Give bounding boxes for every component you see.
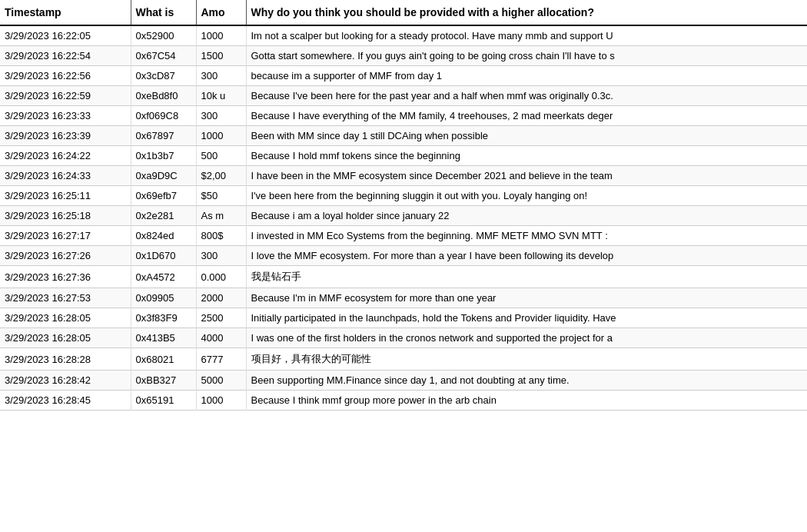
cell-timestamp: 3/29/2023 16:28:05 [0,328,131,348]
cell-whatis: 0x413B5 [131,328,196,348]
table-row: 3/29/2023 16:22:540x67C541500Gotta start… [0,46,807,66]
cell-whatis: 0x3f83F9 [131,308,196,328]
cell-amount: 1000 [196,126,246,146]
cell-timestamp: 3/29/2023 16:28:28 [0,348,131,371]
cell-whatis: 0x67C54 [131,46,196,66]
cell-why: I invested in MM Eco Systems from the be… [246,226,807,246]
cell-timestamp: 3/29/2023 16:24:33 [0,166,131,186]
cell-whatis: 0xa9D9C [131,166,196,186]
cell-whatis: 0xeBd8f0 [131,86,196,106]
cell-amount: $50 [196,186,246,206]
cell-amount: 0.000 [196,266,246,288]
cell-whatis: 0x68021 [131,348,196,371]
cell-whatis: 0x2e281 [131,206,196,226]
cell-whatis: 0x65191 [131,391,196,411]
table-row: 3/29/2023 16:22:590xeBd8f010k uBecause I… [0,86,807,106]
cell-whatis: 0x1b3b7 [131,146,196,166]
cell-why: Been supporting MM.Finance since day 1, … [246,371,807,391]
table-row: 3/29/2023 16:25:180x2e281As mBecause i a… [0,206,807,226]
cell-whatis: 0xBB327 [131,371,196,391]
cell-timestamp: 3/29/2023 16:23:33 [0,106,131,126]
cell-whatis: 0xf069C8 [131,106,196,126]
main-table-container: Timestamp What is Amo Why do you think y… [0,0,807,411]
cell-timestamp: 3/29/2023 16:22:54 [0,46,131,66]
cell-why: Because I think mmf group more power in … [246,391,807,411]
cell-timestamp: 3/29/2023 16:27:26 [0,246,131,266]
table-row: 3/29/2023 16:24:330xa9D9C$2,00I have bee… [0,166,807,186]
cell-why: Im not a scalper but looking for a stead… [246,25,807,46]
cell-whatis: 0x3cD87 [131,66,196,86]
cell-amount: 500 [196,146,246,166]
cell-timestamp: 3/29/2023 16:27:17 [0,226,131,246]
cell-amount: 2000 [196,288,246,308]
table-row: 3/29/2023 16:28:050x413B54000I was one o… [0,328,807,348]
cell-timestamp: 3/29/2023 16:25:11 [0,186,131,206]
table-row: 3/29/2023 16:28:050x3f83F92500Initially … [0,308,807,328]
cell-timestamp: 3/29/2023 16:27:36 [0,266,131,288]
cell-whatis: 0x52900 [131,25,196,46]
cell-why: I love the MMF ecosystem. For more than … [246,246,807,266]
cell-amount: 10k u [196,86,246,106]
cell-whatis: 0x824ed [131,226,196,246]
cell-timestamp: 3/29/2023 16:28:42 [0,371,131,391]
cell-amount: 1000 [196,25,246,46]
cell-whatis: 0x69efb7 [131,186,196,206]
cell-timestamp: 3/29/2023 16:28:05 [0,308,131,328]
table-body: 3/29/2023 16:22:050x529001000Im not a sc… [0,25,807,411]
header-row: Timestamp What is Amo Why do you think y… [0,0,807,25]
cell-why: Because I'm in MMF ecosystem for more th… [246,288,807,308]
cell-amount: 6777 [196,348,246,371]
cell-amount: 1500 [196,46,246,66]
cell-amount: 800$ [196,226,246,246]
cell-timestamp: 3/29/2023 16:22:05 [0,25,131,46]
cell-why: Gotta start somewhere. If you guys ain't… [246,46,807,66]
table-row: 3/29/2023 16:23:390x678971000Been with M… [0,126,807,146]
cell-amount: 300 [196,106,246,126]
cell-amount: 1000 [196,391,246,411]
cell-amount: 300 [196,66,246,86]
cell-why: I've been here from the beginning sluggi… [246,186,807,206]
table-row: 3/29/2023 16:28:280x680216777项目好，具有很大的可能… [0,348,807,371]
cell-amount: As m [196,206,246,226]
cell-why: Because I've been here for the past year… [246,86,807,106]
table-row: 3/29/2023 16:22:050x529001000Im not a sc… [0,25,807,46]
cell-why: because im a supporter of MMF from day 1 [246,66,807,86]
table-row: 3/29/2023 16:23:330xf069C8300Because I h… [0,106,807,126]
cell-why: 项目好，具有很大的可能性 [246,348,807,371]
cell-timestamp: 3/29/2023 16:27:53 [0,288,131,308]
cell-amount: 2500 [196,308,246,328]
cell-why: Because I have everything of the MM fami… [246,106,807,126]
table-row: 3/29/2023 16:27:170x824ed800$I invested … [0,226,807,246]
cell-amount: 300 [196,246,246,266]
cell-whatis: 0xA4572 [131,266,196,288]
data-table: Timestamp What is Amo Why do you think y… [0,0,807,411]
header-amount: Amo [196,0,246,25]
cell-why: 我是钻石手 [246,266,807,288]
table-row: 3/29/2023 16:28:450x651911000Because I t… [0,391,807,411]
cell-whatis: 0x09905 [131,288,196,308]
cell-timestamp: 3/29/2023 16:25:18 [0,206,131,226]
table-row: 3/29/2023 16:28:420xBB3275000Been suppor… [0,371,807,391]
cell-timestamp: 3/29/2023 16:23:39 [0,126,131,146]
cell-whatis: 0x67897 [131,126,196,146]
cell-whatis: 0x1D670 [131,246,196,266]
cell-timestamp: 3/29/2023 16:22:59 [0,86,131,106]
cell-why: I have been in the MMF ecosystem since D… [246,166,807,186]
cell-timestamp: 3/29/2023 16:22:56 [0,66,131,86]
cell-why: Because I hold mmf tokens since the begi… [246,146,807,166]
table-row: 3/29/2023 16:27:360xA45720.000我是钻石手 [0,266,807,288]
cell-timestamp: 3/29/2023 16:24:22 [0,146,131,166]
table-row: 3/29/2023 16:27:530x099052000Because I'm… [0,288,807,308]
header-timestamp: Timestamp [0,0,131,25]
cell-amount: 4000 [196,328,246,348]
header-whatis: What is [131,0,196,25]
cell-amount: 5000 [196,371,246,391]
header-why: Why do you think you should be provided … [246,0,807,25]
cell-amount: $2,00 [196,166,246,186]
table-row: 3/29/2023 16:27:260x1D670300I love the M… [0,246,807,266]
cell-why: Because i am a loyal holder since januar… [246,206,807,226]
cell-timestamp: 3/29/2023 16:28:45 [0,391,131,411]
cell-why: I was one of the first holders in the cr… [246,328,807,348]
table-row: 3/29/2023 16:24:220x1b3b7500Because I ho… [0,146,807,166]
cell-why: Been with MM since day 1 still DCAing wh… [246,126,807,146]
